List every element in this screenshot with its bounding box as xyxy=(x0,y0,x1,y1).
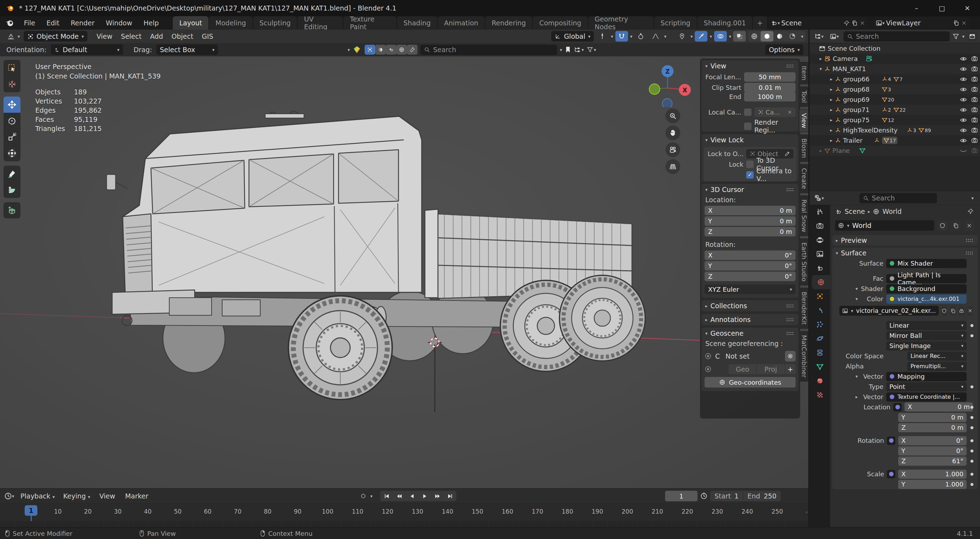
tool-scale[interactable] xyxy=(3,129,21,145)
copy-datablock-button[interactable] xyxy=(950,220,961,231)
play-reverse-button[interactable] xyxy=(406,491,418,501)
tab-render[interactable] xyxy=(810,219,830,233)
image-fake-user-button[interactable] xyxy=(942,306,947,315)
gizmos-toggle[interactable] xyxy=(695,31,707,41)
scene-selector[interactable]: ▾ Scene xyxy=(768,17,868,29)
workspace-tab-modeling[interactable]: Modeling xyxy=(209,16,252,30)
hide-eye-icon[interactable] xyxy=(960,55,967,62)
panel-cursor-expand-icon[interactable]: ▾ xyxy=(705,187,708,192)
xray-toggle[interactable] xyxy=(733,31,746,41)
frame-end-field[interactable]: End250 xyxy=(743,491,781,501)
fac-input-field[interactable]: Light Path | Is Came... xyxy=(886,274,967,283)
tab-texture[interactable] xyxy=(810,388,830,402)
current-frame-field[interactable]: 1 xyxy=(665,491,698,501)
viewport-menu-object[interactable]: Object xyxy=(167,32,197,40)
image-datablock-field[interactable]: ▾ victoria_curve_02_4k.exr... xyxy=(839,306,939,315)
lock-to-3d-cursor-checkbox[interactable] xyxy=(746,161,754,168)
render-visibility-icon[interactable] xyxy=(971,117,978,123)
jump-to-end-button[interactable] xyxy=(444,491,456,501)
render-visibility-icon[interactable] xyxy=(971,65,978,72)
tool-add-cube[interactable] xyxy=(3,202,21,219)
maximize-button[interactable]: □ xyxy=(929,3,955,13)
mapping-scale-y[interactable]: Y1.000 xyxy=(898,480,967,489)
workspace-tab-shading-001[interactable]: Shading.001 xyxy=(698,16,752,30)
panel-viewlock-expand-icon[interactable]: ▾ xyxy=(705,137,708,143)
shading-wireframe-button[interactable] xyxy=(748,31,760,41)
source-dropdown[interactable]: Single Image▾ xyxy=(886,341,967,350)
pin-id-icon[interactable] xyxy=(967,208,974,214)
mapping-type-dropdown[interactable]: Point▾ xyxy=(886,382,967,392)
workspace-tab-uv-editing[interactable]: UV Editing xyxy=(298,16,343,30)
tab-constraints[interactable] xyxy=(810,346,830,360)
panel-collections-expand-icon[interactable]: ▸ xyxy=(705,303,708,309)
hidden-eye-icon[interactable] xyxy=(960,147,967,154)
local-camera-field[interactable]: Ca... xyxy=(754,108,795,117)
color-input-field[interactable]: victoria_c...4k.exr.001 xyxy=(886,295,967,304)
shading-rendered-button[interactable] xyxy=(786,31,799,41)
filter-funnel-icon[interactable] xyxy=(587,46,593,53)
snap-toggle[interactable] xyxy=(616,31,628,41)
expand-icon[interactable]: ▸ xyxy=(830,117,833,123)
falloff-icon[interactable] xyxy=(649,31,662,41)
camera-view-button[interactable] xyxy=(665,142,680,157)
outliner-row-plane[interactable]: ▸ Plane xyxy=(810,146,980,156)
preview-expand-icon[interactable]: ▸ xyxy=(836,238,838,243)
timeline-editor-type-dropdown[interactable]: ▾ xyxy=(3,491,16,501)
workspace-tab-sculpting[interactable]: Sculpting xyxy=(253,16,297,30)
new-collection-button[interactable] xyxy=(967,31,977,41)
minimize-button[interactable]: – xyxy=(904,3,929,13)
snap-target-dropdown[interactable] xyxy=(596,31,609,41)
mapping-rot-y[interactable]: Y0° xyxy=(898,446,967,455)
vector-expand-icon[interactable]: ▾ xyxy=(856,374,858,379)
clip-end-field[interactable]: 1000 m xyxy=(744,92,795,101)
mapping-rot-z[interactable]: Z61° xyxy=(898,457,967,466)
sidebar-tab-blenderkit[interactable]: BlenderKit xyxy=(799,288,809,329)
outliner-display-mode-dropdown[interactable]: ▾ xyxy=(813,31,825,41)
sidebar-tab-blosm[interactable]: Blosm xyxy=(799,135,809,162)
tab-modifiers[interactable] xyxy=(810,303,830,317)
render-visibility-icon[interactable] xyxy=(971,76,978,82)
properties-editor-type-dropdown[interactable]: ▾ xyxy=(813,193,825,203)
expand-icon[interactable]: ▸ xyxy=(830,87,833,92)
geo-button[interactable]: Geo xyxy=(729,365,756,373)
hide-eye-icon[interactable] xyxy=(960,96,967,103)
tool-rotate[interactable] xyxy=(3,113,21,129)
grip-icon[interactable] xyxy=(786,64,795,68)
tab-object[interactable] xyxy=(810,289,830,303)
vector2-input-field[interactable]: Texture Coordinate |... xyxy=(886,392,967,402)
breadcrumb-scene[interactable]: Scene xyxy=(845,208,865,215)
shader-input-field[interactable]: Background xyxy=(886,284,967,293)
tab-view-layer[interactable] xyxy=(810,247,830,261)
workspace-tab-scripting[interactable]: Scripting xyxy=(654,16,697,30)
tool-cursor[interactable] xyxy=(3,76,21,92)
cursor-rot-z[interactable]: Z0° xyxy=(705,272,795,281)
menu-edit[interactable]: Edit xyxy=(41,17,65,28)
shader-expand-icon[interactable]: ▾ xyxy=(856,286,858,291)
render-visibility-icon[interactable] xyxy=(971,106,978,113)
tool-annotate[interactable] xyxy=(3,166,21,182)
vector2-expand-icon[interactable]: ▸ xyxy=(856,394,858,399)
timeline-menu-playback[interactable]: Playback ▾ xyxy=(17,492,58,500)
workspace-tab-compositing[interactable]: Compositing xyxy=(533,16,587,30)
add-workspace-button[interactable]: + xyxy=(753,16,767,30)
workspace-tab-rendering[interactable]: Rendering xyxy=(485,16,532,30)
hide-eye-icon[interactable] xyxy=(960,117,967,124)
location-socket-toggle[interactable] xyxy=(893,403,902,411)
vector-input-field[interactable]: Mapping xyxy=(886,372,967,381)
render-visibility-icon[interactable] xyxy=(971,86,978,93)
menu-help[interactable]: Help xyxy=(138,17,164,28)
asset-filter-model-toggle[interactable] xyxy=(364,45,375,55)
outliner-row-camera[interactable]: ▸ Camera xyxy=(810,54,980,64)
hide-eye-icon[interactable] xyxy=(960,137,967,144)
viewport-menu-view[interactable]: View xyxy=(92,32,117,40)
pin-icon[interactable] xyxy=(843,20,850,26)
cursor-rot-y[interactable]: Y0° xyxy=(705,261,795,271)
search-caret[interactable]: ▾ xyxy=(560,47,562,52)
scale-socket-toggle[interactable] xyxy=(887,470,896,479)
proj-button[interactable]: Proj xyxy=(757,365,784,373)
viewport-menu-add[interactable]: Add xyxy=(146,32,167,40)
interpolation-dropdown[interactable]: Linear▾ xyxy=(886,321,967,330)
tab-world[interactable] xyxy=(812,275,830,289)
panel-annotations-expand-icon[interactable]: ▸ xyxy=(705,317,708,322)
outliner-row-group75[interactable]: ▸ group75 12 xyxy=(810,115,980,125)
